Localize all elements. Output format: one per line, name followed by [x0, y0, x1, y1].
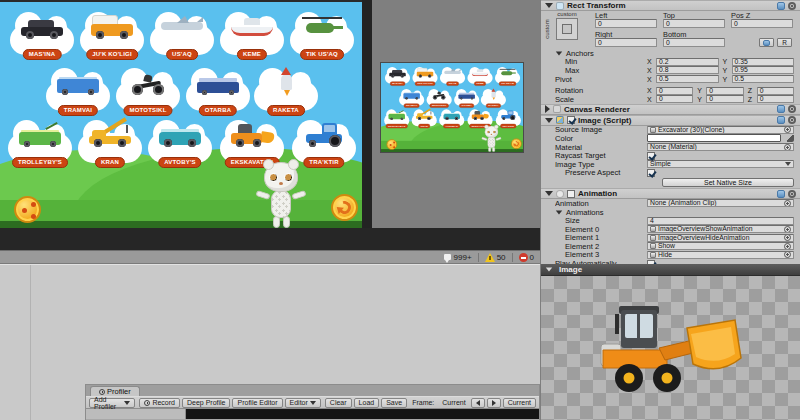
anchor-max-y-field[interactable]: 0.95 [732, 66, 795, 74]
component-enabled-checkbox[interactable] [567, 116, 575, 124]
editor-dropdown[interactable]: Editor [285, 398, 321, 408]
help-book-icon[interactable] [777, 2, 785, 10]
scale-y-field[interactable]: 0 [706, 95, 743, 103]
vehicle-card-trolleybus[interactable]: TROLLEYBY'S [384, 108, 409, 128]
tab-profiler[interactable]: Profiler [90, 386, 140, 396]
scale-x-field[interactable]: 0 [656, 95, 693, 103]
vehicle-card-ship[interactable]: KEME [220, 8, 284, 60]
image-preview-header[interactable]: Image [541, 264, 800, 276]
profile-editor-button[interactable]: Profile Editor [232, 398, 282, 408]
help-book-icon[interactable] [777, 190, 785, 198]
gear-icon[interactable] [788, 116, 796, 124]
element-1-field[interactable]: ImageOverviewHideAnimation [647, 234, 794, 242]
record-button[interactable]: Record [139, 398, 180, 408]
rotation-y-field[interactable]: 0 [706, 87, 743, 95]
raw-edit-mode-button[interactable]: R [777, 38, 792, 47]
anchor-preset-widget[interactable]: custom custom [543, 11, 591, 49]
foldout-arrow-icon [546, 268, 552, 272]
add-profiler-dropdown[interactable]: Add Profiler [89, 398, 135, 408]
vehicle-card-car[interactable]: MAS'INA [385, 65, 410, 85]
vehicle-card-truck[interactable]: JU'K KO'LIGI [412, 65, 437, 85]
bottom-field[interactable]: 0 [663, 38, 725, 47]
vehicle-card-airplane[interactable]: US'AQ [150, 8, 214, 60]
eyedropper-icon[interactable] [787, 135, 794, 142]
vehicle-card-tram[interactable]: TRAMVAI [46, 64, 110, 116]
help-book-icon[interactable] [777, 105, 785, 113]
current-frame-button[interactable]: Current [503, 398, 536, 408]
prev-frame-button[interactable] [471, 398, 485, 408]
scale-z-field[interactable]: 0 [757, 95, 794, 103]
rotation-x-field[interactable]: 0 [656, 87, 693, 95]
preserve-aspect-checkbox[interactable] [647, 169, 655, 177]
component-enabled-checkbox[interactable] [567, 190, 575, 198]
load-button[interactable]: Load [354, 398, 380, 408]
rect-transform-header[interactable]: Rect Transform [541, 0, 800, 11]
vehicle-card-motorcycle[interactable]: MOTOTSIKL [116, 64, 180, 116]
vehicle-card-car[interactable]: MAS'INA [10, 8, 74, 60]
raycast-target-checkbox[interactable] [647, 152, 655, 160]
material-field[interactable]: None (Material) [647, 143, 794, 151]
vehicle-card-helicopter[interactable]: TIK US'AQ [495, 65, 520, 85]
share-coin-button[interactable] [387, 139, 398, 150]
profiler-module-list[interactable] [86, 409, 186, 419]
vehicle-card-trolleybus[interactable]: TROLLEYBY'S [8, 116, 72, 168]
anchors-foldout[interactable]: Anchors [541, 49, 800, 58]
blueprint-mode-button[interactable] [759, 38, 774, 47]
animation-clip-field[interactable]: None (Animation Clip) [647, 199, 794, 207]
save-button[interactable]: Save [381, 398, 407, 408]
pivot-x-field[interactable]: 0.5 [656, 75, 719, 83]
vehicle-card-crane[interactable]: KRAN [78, 116, 142, 168]
vehicle-card-train[interactable]: OTARBA [186, 64, 250, 116]
console-error-counter[interactable]: 0 [519, 253, 534, 262]
source-image-field[interactable]: Excavator (30)(Clone) [647, 126, 794, 134]
image-component-header[interactable]: Image (Script) [541, 115, 800, 126]
vehicle-card-tram[interactable]: TRAMVAI [399, 87, 424, 107]
clear-button[interactable]: Clear [325, 398, 352, 408]
anchor-min-y-field[interactable]: 0.35 [732, 58, 795, 66]
vehicle-card-rocket[interactable]: RAKETA [481, 87, 506, 107]
gear-icon[interactable] [788, 2, 796, 10]
vehicle-card-train[interactable]: OTARBA [454, 87, 479, 107]
animations-size-field[interactable]: 4 [647, 217, 794, 225]
vehicle-card-rocket[interactable]: RAKETA [254, 64, 318, 116]
vehicle-card-motorcycle[interactable]: MOTOTSIKL [427, 87, 452, 107]
vehicle-card-excavator[interactable]: EKSKAVATOR [220, 116, 284, 168]
scene-view-preview[interactable]: MAS'INA JU'K KO'LIGI US'AQ KEME TIK US'A [380, 62, 524, 153]
vehicle-card-ship[interactable]: KEME [467, 65, 492, 85]
element-2-field[interactable]: Show [647, 242, 794, 250]
animation-component-header[interactable]: Animation [541, 188, 800, 199]
color-swatch[interactable] [647, 134, 781, 142]
console-warning-counter[interactable]: 50 [485, 253, 506, 262]
top-field[interactable]: 0 [663, 19, 725, 28]
anchor-max-x-field[interactable]: 0.8 [656, 66, 719, 74]
element-0-field[interactable]: ImageOverviewShowAnimation [647, 225, 794, 233]
vehicle-card-airplane[interactable]: US'AQ [440, 65, 465, 85]
left-field[interactable]: 0 [595, 19, 657, 28]
canvas-renderer-header[interactable]: Canvas Renderer [541, 104, 800, 115]
deep-profile-button[interactable]: Deep Profile [182, 398, 231, 408]
animations-foldout[interactable]: Animations [541, 208, 800, 217]
gear-icon[interactable] [788, 105, 796, 113]
vehicle-card-helicopter[interactable]: TIK US'AQ [290, 8, 354, 60]
posz-field[interactable]: 0 [731, 19, 793, 28]
help-book-icon[interactable] [777, 116, 785, 124]
vehicle-card-bus[interactable]: AVTOBY'S [148, 116, 212, 168]
next-frame-button[interactable] [487, 398, 501, 408]
replay-coin-button[interactable] [331, 194, 358, 221]
pivot-y-field[interactable]: 0.5 [732, 75, 795, 83]
element-3-field[interactable]: Hide [647, 251, 794, 259]
gear-icon[interactable] [788, 190, 796, 198]
right-field[interactable]: 0 [595, 38, 657, 47]
share-coin-button[interactable] [14, 196, 41, 223]
rotation-z-field[interactable]: 0 [757, 87, 794, 95]
replay-coin-button[interactable] [511, 138, 522, 149]
console-info-counter[interactable]: 999+ [443, 253, 472, 262]
vehicle-card-crane[interactable]: KRAN [412, 108, 437, 128]
profiler-chart-area[interactable] [186, 409, 539, 419]
image-type-dropdown[interactable]: Simple [647, 160, 794, 168]
vehicle-card-tractor[interactable]: TRA'KTIR [292, 116, 356, 168]
set-native-size-button[interactable]: Set Native Size [662, 178, 794, 187]
vehicle-card-bus[interactable]: AVTOBY'S [439, 108, 464, 128]
anchor-min-x-field[interactable]: 0.2 [656, 58, 719, 66]
vehicle-card-truck[interactable]: JU'K KO'LIGI [80, 8, 144, 60]
